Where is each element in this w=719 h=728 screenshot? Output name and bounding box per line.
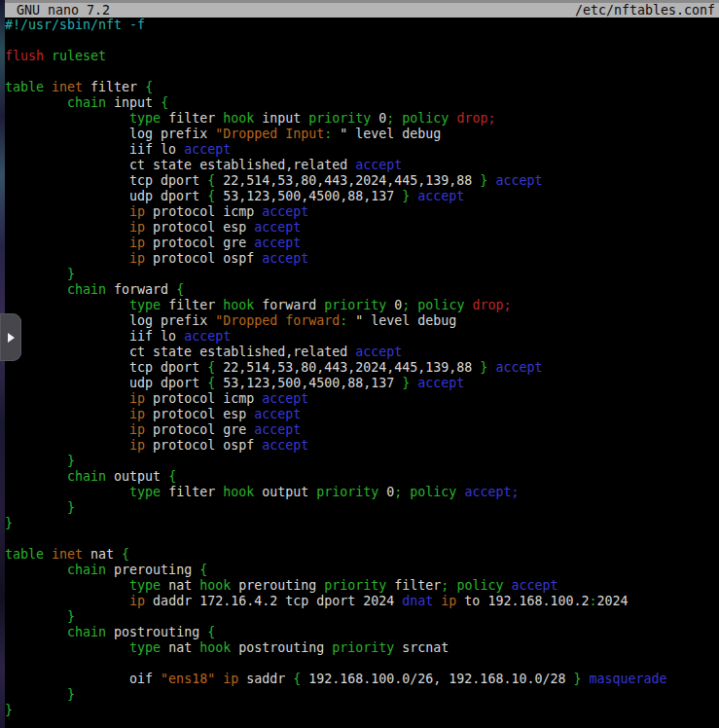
- code-line: chain input {: [5, 95, 719, 111]
- code-line: chain prerouting {: [5, 563, 719, 578]
- expand-arrow-icon: [8, 333, 15, 343]
- code-line: type nat hook prerouting priority filter…: [5, 578, 719, 594]
- code-line: ct state established,related accept: [5, 345, 719, 360]
- app-title: GNU nano 7.2: [17, 3, 110, 18]
- code-line: chain output {: [5, 469, 719, 485]
- code-line: ip protocol gre accept: [5, 236, 719, 251]
- code-line: ip protocol esp accept: [5, 407, 719, 422]
- code-line: [5, 33, 719, 49]
- code-line: ip protocol gre accept: [5, 422, 719, 438]
- code-line: [5, 656, 719, 672]
- code-line: }: [5, 687, 719, 703]
- code-line: log prefix "Dropped Input: " level debug: [5, 127, 719, 142]
- code-line: iif lo accept: [5, 142, 719, 158]
- code-line: }: [5, 516, 719, 531]
- code-line: }: [5, 609, 719, 625]
- code-line: type filter hook forward priority 0; pol…: [5, 298, 719, 313]
- code-line: }: [5, 267, 719, 282]
- code-line: ip protocol esp accept: [5, 220, 719, 236]
- code-line: }: [5, 454, 719, 469]
- code-line: tcp dport { 22,514,53,80,443,2024,445,13…: [5, 173, 719, 189]
- nano-titlebar: GNU nano 7.2 /etc/nftables.conf: [5, 0, 719, 18]
- code-line: ip protocol icmp accept: [5, 391, 719, 407]
- code-line: ct state established,related accept: [5, 158, 719, 173]
- code-line: chain postrouting {: [5, 625, 719, 640]
- terminal-screen: GNU nano 7.2 /etc/nftables.conf #!/usr/s…: [0, 0, 719, 728]
- code-line: tcp dport { 22,514,53,80,443,2024,445,13…: [5, 360, 719, 376]
- code-line: }: [5, 500, 719, 516]
- code-line: flush ruleset: [5, 49, 719, 64]
- code-line: log prefix "Dropped forward: " level deb…: [5, 313, 719, 329]
- code-line: type nat hook postrouting priority srcna…: [5, 640, 719, 656]
- code-line: table inet filter {: [5, 80, 719, 95]
- code-line: ip protocol ospf accept: [5, 438, 719, 454]
- code-line: [5, 531, 719, 547]
- code-line: ip protocol ospf accept: [5, 251, 719, 267]
- code-line: ip protocol icmp accept: [5, 204, 719, 220]
- code-line: table inet nat {: [5, 547, 719, 563]
- code-line: udp dport { 53,123,500,4500,88,137 } acc…: [5, 376, 719, 391]
- code-line: type filter hook input priority 0; polic…: [5, 111, 719, 127]
- sidebar-expand-handle[interactable]: [0, 313, 21, 361]
- file-path: /etc/nftables.conf: [575, 3, 715, 18]
- code-line: ip daddr 172.16.4.2 tcp dport 2024 dnat …: [5, 594, 719, 609]
- code-line: type filter hook output priority 0; poli…: [5, 485, 719, 500]
- code-line: }: [5, 703, 719, 718]
- code-line: iif lo accept: [5, 329, 719, 345]
- code-line: oif "ens18" ip saddr { 192.168.100.0/26,…: [5, 672, 719, 687]
- code-line: chain forward {: [5, 282, 719, 298]
- code-line: udp dport { 53,123,500,4500,88,137 } acc…: [5, 189, 719, 204]
- code-line: [5, 64, 719, 80]
- code-line: #!/usr/sbin/nft -f: [5, 18, 719, 33]
- code-area[interactable]: #!/usr/sbin/nft -fflush rulesettable ine…: [5, 18, 719, 728]
